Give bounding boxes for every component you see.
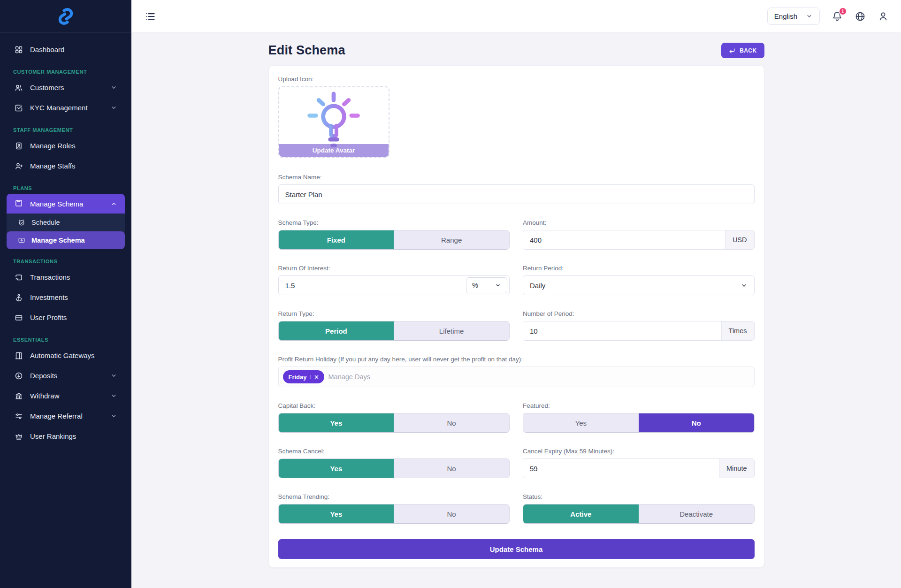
- return-of-interest-label: Return Of Interest:: [278, 265, 510, 272]
- cancel-expiry-field: Cancel Expiry (Max 59 Minutes): Minute: [523, 448, 755, 478]
- chevron-down-icon: [741, 282, 748, 289]
- schema-trending-option-yes[interactable]: Yes: [279, 504, 394, 523]
- sidebar-item-withdraw[interactable]: Withdraw: [0, 386, 131, 406]
- schema-cancel-field: Schema Cancel: Yes No: [278, 448, 510, 478]
- user-icon: [878, 11, 889, 22]
- schema-type-option-range[interactable]: Range: [394, 230, 509, 249]
- cancel-expiry-suffix: Minute: [719, 459, 754, 478]
- interest-unit-select[interactable]: %: [466, 277, 507, 293]
- sidebar-item-manage-schema[interactable]: Manage Schema: [7, 194, 125, 214]
- sidebar-item-manage-roles[interactable]: Manage Roles: [0, 136, 131, 156]
- sidebar-item-user-rankings[interactable]: User Rankings: [0, 426, 131, 446]
- upload-icon-dropzone[interactable]: Update Avatar: [278, 86, 389, 158]
- return-period-label: Return Period:: [523, 265, 755, 272]
- sidebar-subitem-schedule[interactable]: Schedule: [7, 214, 125, 231]
- sidebar-section-customer-management: CUSTOMER MANAGEMENT: [0, 69, 131, 75]
- dashboard-grid-icon: [15, 46, 23, 54]
- sidebar-item-label: Transactions: [30, 273, 70, 281]
- schema-trending-toggle: Yes No: [278, 504, 510, 524]
- language-value: English: [774, 12, 797, 20]
- page-head: Edit Schema BACK: [268, 43, 764, 58]
- schema-type-option-fixed[interactable]: Fixed: [279, 230, 394, 249]
- sidebar-item-investments[interactable]: Investments: [0, 287, 131, 307]
- number-of-period-label: Number of Period:: [523, 310, 755, 317]
- sidebar-item-label: Manage Staffs: [30, 162, 75, 170]
- sidebar-item-label: KYC Management: [30, 104, 88, 112]
- sidebar-item-automatic-gateways[interactable]: Automatic Gateways: [0, 345, 131, 366]
- capital-back-field: Capital Back: Yes No: [278, 402, 510, 433]
- sidebar-item-kyc-management[interactable]: KYC Management: [0, 98, 131, 118]
- interest-unit-value: %: [472, 282, 478, 289]
- globe-button[interactable]: [855, 11, 866, 22]
- schema-cancel-label: Schema Cancel:: [278, 448, 510, 455]
- return-type-option-lifetime[interactable]: Lifetime: [394, 321, 509, 340]
- manage-days-placeholder: Manage Days: [328, 373, 370, 381]
- status-option-active[interactable]: Active: [523, 504, 639, 523]
- language-select[interactable]: English: [767, 8, 820, 25]
- profit-return-holiday-field: Profit Return Holiday (If you put any da…: [278, 356, 755, 387]
- page-content: Edit Schema BACK Upload Icon:: [131, 33, 901, 588]
- featured-option-yes[interactable]: Yes: [523, 413, 639, 432]
- return-type-toggle: Period Lifetime: [278, 321, 510, 341]
- sidebar-item-transactions[interactable]: Transactions: [0, 267, 131, 287]
- screen-share-icon: [18, 237, 25, 244]
- sidebar-item-user-profits[interactable]: User Profits: [0, 307, 131, 328]
- update-avatar-overlay[interactable]: Update Avatar: [279, 144, 389, 157]
- crown-icon: [15, 432, 23, 441]
- brand-logo[interactable]: [0, 0, 131, 33]
- chevron-up-icon: [110, 200, 117, 207]
- lightbulb-icon: [303, 90, 364, 149]
- sidebar-subitem-manage-schema[interactable]: Manage Schema: [7, 231, 125, 249]
- upload-icon-field: Upload Icon:: [278, 76, 755, 158]
- schema-cancel-option-yes[interactable]: Yes: [279, 459, 394, 478]
- sidebar-subitem-label: Manage Schema: [31, 237, 85, 244]
- return-type-option-period[interactable]: Period: [279, 321, 394, 340]
- schema-name-label: Schema Name:: [278, 174, 755, 181]
- featured-option-no[interactable]: No: [639, 413, 754, 432]
- chevron-down-icon: [110, 372, 117, 379]
- cast-icon: [15, 273, 23, 282]
- notification-count-badge: 1: [839, 7, 847, 15]
- featured-label: Featured:: [523, 402, 755, 409]
- top-header: English 1: [131, 0, 901, 33]
- bank-icon: [15, 392, 23, 400]
- cancel-expiry-input[interactable]: [523, 459, 719, 478]
- profile-button[interactable]: [878, 11, 889, 22]
- schema-cancel-option-no[interactable]: No: [394, 459, 509, 478]
- sidebar-item-manage-referral[interactable]: Manage Referral: [0, 406, 131, 426]
- back-button[interactable]: BACK: [721, 43, 764, 58]
- sidebar-item-label: User Profits: [30, 313, 67, 321]
- cancel-expiry-label: Cancel Expiry (Max 59 Minutes):: [523, 448, 755, 455]
- status-option-deactivate[interactable]: Deactivate: [639, 504, 754, 523]
- status-label: Status:: [523, 493, 755, 500]
- schema-name-input[interactable]: [278, 184, 755, 204]
- sidebar-item-customers[interactable]: Customers: [0, 77, 131, 98]
- schema-cancel-toggle: Yes No: [278, 458, 510, 478]
- update-schema-button[interactable]: Update Schema: [278, 539, 755, 559]
- sidebar-item-deposits[interactable]: Deposits: [0, 366, 131, 386]
- sidebar-toggle-list-icon[interactable]: [145, 10, 157, 23]
- capital-back-option-yes[interactable]: Yes: [279, 413, 394, 432]
- sidebar: Dashboard CUSTOMER MANAGEMENT Customers …: [0, 0, 131, 588]
- sidebar-item-label: User Rankings: [30, 432, 76, 440]
- credit-card-icon: [15, 313, 23, 322]
- sidebar-item-dashboard[interactable]: Dashboard: [0, 39, 131, 60]
- featured-field: Featured: Yes No: [523, 402, 755, 433]
- sidebar-item-label: Automatic Gateways: [30, 351, 95, 359]
- sidebar-item-label: Manage Schema: [30, 200, 83, 208]
- main-area: English 1 Edit: [131, 0, 901, 588]
- notifications-button[interactable]: 1: [832, 11, 843, 22]
- sidebar-section-staff-management: STAFF MANAGEMENT: [0, 127, 131, 133]
- amount-input[interactable]: [523, 230, 725, 249]
- capital-back-option-no[interactable]: No: [394, 413, 509, 432]
- chevron-down-icon: [110, 392, 117, 399]
- number-of-period-input[interactable]: [523, 321, 721, 340]
- sidebar-section-transactions: TRANSACTIONS: [0, 259, 131, 264]
- amount-currency-suffix: USD: [725, 230, 754, 249]
- holiday-days-input[interactable]: Friday Manage Days: [278, 367, 755, 387]
- schema-trending-option-no[interactable]: No: [394, 504, 509, 523]
- remove-chip-icon[interactable]: [310, 375, 323, 379]
- number-of-period-field: Number of Period: Times: [523, 310, 755, 341]
- sidebar-item-manage-staffs[interactable]: Manage Staffs: [0, 156, 131, 176]
- return-period-select[interactable]: Daily: [523, 275, 755, 295]
